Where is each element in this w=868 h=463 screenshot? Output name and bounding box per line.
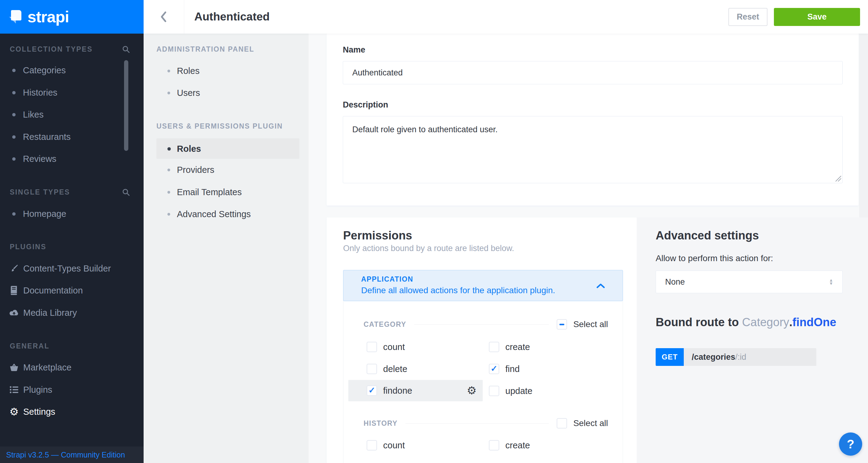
advanced-settings-title: Advanced settings	[656, 229, 759, 242]
main-content: Name Description Default role given to a…	[309, 34, 868, 463]
checkbox-find[interactable]: ✓	[489, 364, 499, 374]
name-input[interactable]	[343, 61, 843, 84]
subnav-item-providers[interactable]: Providers	[144, 159, 309, 181]
group-rule	[405, 423, 549, 424]
bullet-icon	[12, 212, 16, 216]
reset-button[interactable]: Reset	[728, 8, 768, 26]
checkbox-update[interactable]: ✓	[489, 386, 499, 396]
group-header-category: CATEGORY Select all	[364, 313, 608, 335]
page-title: Authenticated	[194, 0, 270, 34]
perm-cell-history-count: ✓count	[367, 434, 405, 456]
bound-route-heading: Bound route to Category.findOne	[656, 316, 836, 329]
perm-cell-update: ✓update	[489, 380, 532, 402]
perm-cell-delete: ✓delete	[367, 358, 407, 380]
subnav-section-users-permissions-plugin: USERS & PERMISSIONS PLUGIN	[156, 115, 296, 137]
strapi-logo-icon	[9, 10, 23, 24]
select-all-checkbox[interactable]	[557, 319, 567, 330]
route-path: /categories/:id	[684, 348, 816, 366]
checkbox-history-create[interactable]: ✓	[489, 440, 499, 451]
group-header-history: HISTORY Select all	[364, 412, 608, 434]
save-button[interactable]: Save	[774, 8, 860, 26]
subnav-item-up-roles[interactable]: Roles	[156, 138, 300, 160]
main-sidebar: COLLECTION TYPES Categories Histories Li…	[0, 34, 144, 463]
sidebar-item-content-types-builder[interactable]: Content-Types Builder	[0, 258, 144, 279]
checkbox-history-count[interactable]: ✓	[367, 440, 377, 451]
perm-cell-history-create: ✓create	[489, 434, 530, 456]
subnav-item-email-templates[interactable]: Email Templates	[144, 181, 309, 203]
section-plugins: PLUGINS	[0, 236, 144, 258]
select-stepper-icon: ▲▼	[829, 278, 833, 285]
allow-action-select[interactable]: None ▲▼	[656, 271, 843, 293]
sidebar-item-settings[interactable]: ⚙ Settings	[0, 401, 144, 423]
bullet-icon	[12, 91, 16, 94]
sidebar-item-homepage[interactable]: Homepage	[0, 203, 144, 225]
bullet-icon	[167, 92, 170, 94]
help-button[interactable]: ?	[839, 432, 862, 456]
section-collection-types: COLLECTION TYPES	[0, 38, 144, 60]
accordion-description: Define all allowed actions for the appli…	[361, 286, 555, 295]
search-icon[interactable]	[122, 45, 130, 54]
allow-action-label: Allow to perform this action for:	[656, 254, 773, 263]
bullet-icon	[167, 169, 170, 171]
bullet-icon	[12, 157, 16, 161]
search-icon[interactable]	[122, 188, 130, 196]
allow-action-value: None	[665, 277, 685, 287]
sidebar-item-restaurants[interactable]: Restaurants	[0, 126, 144, 148]
book-icon	[8, 286, 20, 295]
sidebar-item-reviews[interactable]: Reviews	[0, 148, 144, 170]
group-rule	[414, 324, 549, 325]
sidebar-item-documentation[interactable]: Documentation	[0, 279, 144, 301]
brush-icon	[8, 264, 20, 273]
description-textarea[interactable]: Default role given to authenticated user…	[343, 116, 843, 183]
subnav-item-admin-users[interactable]: Users	[144, 82, 309, 104]
name-label: Name	[343, 45, 365, 55]
subnav-item-admin-roles[interactable]: Roles	[144, 60, 309, 82]
select-all-label[interactable]: Select all	[573, 419, 608, 428]
sidebar-item-plugins[interactable]: Plugins	[0, 379, 144, 401]
subnav-section-administration-panel: ADMINISTRATION PANEL	[156, 38, 296, 60]
accordion-title: APPLICATION	[361, 275, 413, 284]
checkbox-findone[interactable]: ✓	[367, 386, 377, 396]
strapi-logo[interactable]: strapi	[0, 0, 144, 34]
back-button[interactable]	[144, 0, 184, 34]
description-label: Description	[343, 100, 388, 110]
checkbox-delete[interactable]: ✓	[367, 364, 377, 374]
group-title: CATEGORY	[364, 320, 406, 329]
sidebar-item-likes[interactable]: Likes	[0, 103, 144, 126]
group-title: HISTORY	[364, 419, 398, 428]
bullet-icon	[167, 191, 170, 194]
sidebar-footer: Strapi v3.2.5 — Community Edition	[0, 447, 144, 463]
chevron-left-icon	[159, 11, 168, 23]
version-link[interactable]: Strapi v3.2.5 — Community Edition	[6, 451, 125, 459]
role-form-card: Name Description Default role given to a…	[327, 34, 859, 205]
advanced-settings-panel: Advanced settings Allow to perform this …	[637, 218, 868, 463]
http-method-badge: GET	[656, 348, 684, 366]
cloud-upload-icon	[8, 309, 20, 317]
select-all-checkbox[interactable]	[557, 418, 567, 429]
sidebar-item-media-library[interactable]: Media Library	[0, 302, 144, 324]
permissions-subtitle: Only actions bound by a route are listed…	[343, 244, 514, 253]
checkbox-create[interactable]: ✓	[489, 342, 499, 352]
permissions-body: CATEGORY Select all ✓count ✓create ✓dele…	[343, 301, 623, 463]
checkbox-count[interactable]: ✓	[367, 342, 377, 352]
subnav-item-advanced-settings[interactable]: Advanced Settings	[144, 203, 309, 225]
bullet-icon	[167, 70, 170, 72]
bound-route-row: GET /categories/:id	[656, 348, 816, 366]
resize-handle-icon[interactable]	[834, 175, 842, 182]
sidebar-item-histories[interactable]: Histories	[0, 81, 144, 103]
bullet-icon	[167, 213, 170, 216]
basket-icon	[8, 363, 20, 372]
list-icon	[8, 386, 20, 394]
strapi-logo-text: strapi	[28, 8, 69, 26]
strapi-admin-app: strapi COLLECTION TYPES Categories Histo…	[0, 0, 868, 463]
bullet-icon	[12, 135, 16, 139]
application-accordion[interactable]: APPLICATION Define all allowed actions f…	[343, 270, 623, 301]
sidebar-item-marketplace[interactable]: Marketplace	[0, 356, 144, 378]
action-settings-gear-icon[interactable]: ⚙	[467, 385, 476, 396]
section-single-types: SINGLE TYPES	[0, 181, 144, 203]
sidebar-scrollbar-thumb[interactable]	[124, 60, 128, 151]
section-general: GENERAL	[0, 335, 144, 357]
perm-cell-create: ✓create	[489, 336, 530, 358]
select-all-label[interactable]: Select all	[573, 320, 608, 329]
sidebar-item-categories[interactable]: Categories	[0, 59, 144, 81]
